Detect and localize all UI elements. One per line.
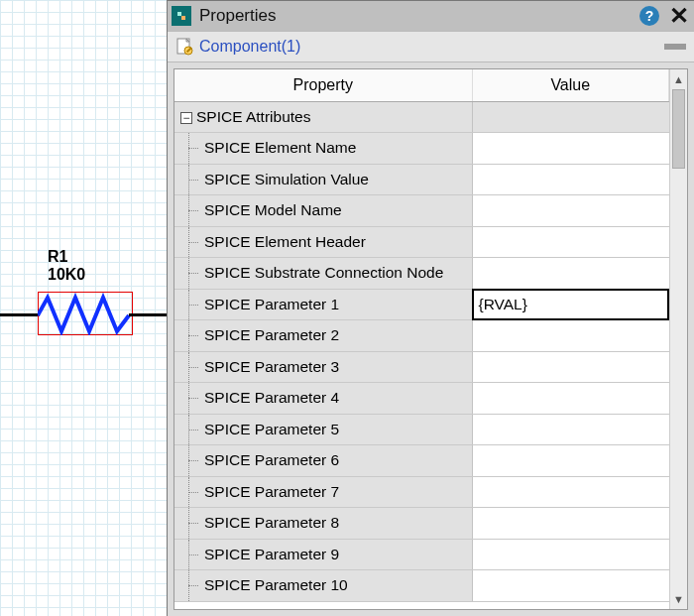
group-row-spice-attributes[interactable]: −SPICE Attributes: [174, 101, 669, 133]
property-label: SPICE Parameter 9: [174, 539, 472, 570]
table-row[interactable]: SPICE Parameter 1{RVAL}: [174, 289, 669, 320]
panel-subbar: Component(1): [168, 31, 694, 62]
panel-titlebar[interactable]: Properties ? ✕: [168, 1, 694, 31]
table-row[interactable]: SPICE Simulation Value: [174, 164, 669, 195]
property-label: SPICE Element Header: [174, 226, 472, 258]
resistor-component[interactable]: R1 10K0: [0, 290, 169, 349]
svg-rect-1: [177, 12, 181, 16]
property-value-cell[interactable]: [472, 258, 669, 290]
table-row[interactable]: SPICE Parameter 9: [174, 539, 669, 570]
property-value-cell[interactable]: {RVAL}: [472, 289, 669, 320]
table-row[interactable]: SPICE Parameter 2: [174, 320, 669, 352]
table-row[interactable]: SPICE Parameter 8: [174, 508, 669, 540]
component-value: 10K0: [48, 266, 85, 284]
component-ref: R1: [48, 248, 85, 266]
properties-panel: Properties ? ✕ Component(1) Property Val…: [167, 0, 694, 616]
wire-left: [0, 313, 40, 316]
scroll-thumb[interactable]: [672, 89, 685, 169]
scroll-up-icon[interactable]: ▲: [670, 69, 687, 89]
property-label: SPICE Substrate Connection Node: [174, 258, 472, 290]
scroll-track[interactable]: [670, 89, 687, 589]
property-value-cell[interactable]: [472, 133, 669, 165]
table-row[interactable]: SPICE Parameter 10: [174, 570, 669, 602]
group-label: SPICE Attributes: [196, 108, 310, 125]
property-value-cell[interactable]: [472, 164, 669, 195]
property-label: SPICE Parameter 10: [174, 570, 472, 602]
property-value-cell[interactable]: [472, 320, 669, 352]
property-label: SPICE Parameter 7: [174, 476, 472, 508]
property-label: SPICE Parameter 2: [174, 320, 472, 352]
property-grid-wrap: Property Value −SPICE AttributesSPICE El…: [174, 68, 688, 610]
table-row[interactable]: SPICE Model Name: [174, 195, 669, 227]
property-label: SPICE Parameter 8: [174, 508, 472, 540]
property-value-cell[interactable]: [472, 508, 669, 540]
panel-title: Properties: [199, 6, 635, 26]
scrollbar-vertical[interactable]: ▲ ▼: [669, 69, 687, 609]
property-value-cell[interactable]: [472, 570, 669, 602]
close-icon: ✕: [669, 2, 689, 30]
svg-rect-2: [181, 16, 185, 20]
group-toggle-icon[interactable]: −: [180, 112, 192, 124]
property-value-cell[interactable]: [472, 383, 669, 415]
property-label: SPICE Parameter 3: [174, 351, 472, 383]
property-value-cell[interactable]: [472, 226, 669, 258]
property-label: SPICE Parameter 5: [174, 414, 472, 445]
scroll-down-icon[interactable]: ▼: [670, 589, 687, 609]
column-header-value[interactable]: Value: [472, 69, 669, 101]
table-row[interactable]: SPICE Element Name: [174, 133, 669, 165]
property-label: SPICE Simulation Value: [174, 164, 472, 195]
property-label: SPICE Parameter 6: [174, 445, 472, 477]
component-labels: R1 10K0: [48, 248, 85, 284]
property-grid[interactable]: Property Value −SPICE AttributesSPICE El…: [174, 69, 669, 609]
property-value-cell[interactable]: [472, 195, 669, 227]
panel-icon: [172, 6, 191, 26]
table-row[interactable]: SPICE Substrate Connection Node: [174, 258, 669, 290]
property-value-cell[interactable]: [472, 351, 669, 383]
minimize-bar-icon[interactable]: [664, 44, 686, 50]
help-icon: ?: [639, 6, 659, 26]
table-row[interactable]: SPICE Element Header: [174, 226, 669, 258]
close-button[interactable]: ✕: [664, 1, 694, 31]
selection-link[interactable]: Component(1): [199, 38, 300, 56]
table-row[interactable]: SPICE Parameter 7: [174, 476, 669, 508]
table-row[interactable]: SPICE Parameter 6: [174, 445, 669, 477]
table-row[interactable]: SPICE Parameter 5: [174, 414, 669, 445]
document-icon: [175, 38, 193, 56]
property-value-cell[interactable]: [472, 414, 669, 445]
property-label: SPICE Parameter 4: [174, 383, 472, 415]
resistor-icon: [38, 292, 133, 335]
property-value-cell[interactable]: [472, 476, 669, 508]
table-row[interactable]: SPICE Parameter 3: [174, 351, 669, 383]
property-value-cell[interactable]: [472, 445, 669, 477]
help-button[interactable]: ?: [635, 1, 664, 31]
property-label: SPICE Element Name: [174, 133, 472, 165]
wire-right: [129, 313, 169, 316]
column-header-property[interactable]: Property: [174, 69, 472, 101]
property-value-cell[interactable]: [472, 539, 669, 570]
table-row[interactable]: SPICE Parameter 4: [174, 383, 669, 415]
property-label: SPICE Model Name: [174, 195, 472, 227]
property-label: SPICE Parameter 1: [174, 289, 472, 320]
